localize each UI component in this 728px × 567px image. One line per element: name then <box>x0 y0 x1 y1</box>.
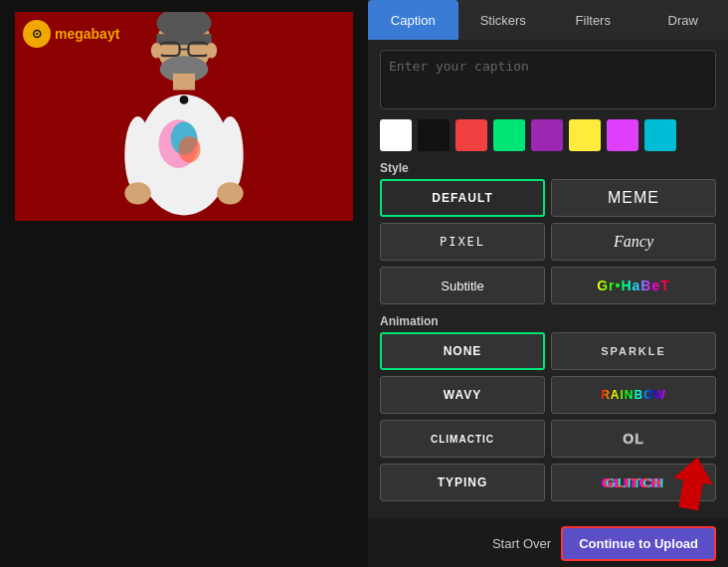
animation-section: Animation NONE SPARKLE WAVY RAINBOW CLIM… <box>380 314 716 501</box>
svg-point-6 <box>151 43 162 58</box>
svg-point-15 <box>124 116 151 193</box>
anim-sparkle-label: SPARKLE <box>601 345 666 357</box>
swatch-red[interactable] <box>455 119 487 151</box>
panel-content: Style DEFAULT MEME PIXEL Fancy Subtitle <box>368 40 728 519</box>
animation-grid: NONE SPARKLE WAVY RAINBOW CLIMACTIC OL <box>380 332 716 501</box>
swatch-cyan[interactable] <box>644 119 676 151</box>
svg-point-16 <box>217 116 244 193</box>
continue-upload-button[interactable]: Continue to Upload <box>561 526 716 561</box>
swatch-black[interactable] <box>418 119 450 151</box>
caption-input[interactable] <box>380 50 716 109</box>
svg-point-13 <box>178 136 200 163</box>
tab-bar: Caption Stickers Filters Draw <box>368 0 728 40</box>
anim-wavy[interactable]: WAVY <box>380 376 545 414</box>
anim-climactic-label: CLIMACTIC <box>431 434 494 445</box>
swatch-yellow[interactable] <box>569 119 601 151</box>
style-subtitle-label: Subtitle <box>441 279 483 293</box>
bottom-bar: Start Over Continue to Upload <box>368 519 728 567</box>
style-pixel-label: PIXEL <box>440 235 485 249</box>
swatch-pink[interactable] <box>607 119 638 151</box>
anim-rainbow[interactable]: RAINBOW <box>551 376 716 414</box>
tab-caption[interactable]: Caption <box>368 0 458 40</box>
brand-logo: ⊙ megabayt <box>23 20 119 48</box>
anim-glitch-label: GLITCH <box>604 475 663 490</box>
anim-sparkle[interactable]: SPARKLE <box>551 332 716 370</box>
style-subtitle[interactable]: Subtitle <box>380 267 545 304</box>
anim-glitch[interactable]: GLITCH <box>551 464 716 501</box>
anim-typing-label: TYPING <box>438 475 488 489</box>
anim-climactic[interactable]: CLIMACTIC <box>380 420 545 458</box>
tab-stickers[interactable]: Stickers <box>458 0 549 40</box>
swatch-white[interactable] <box>380 119 412 151</box>
svg-point-18 <box>217 182 244 204</box>
anim-rainbow-label: RAINBOW <box>601 388 666 402</box>
style-graffiti[interactable]: Gr•HaBeT <box>551 267 716 304</box>
svg-rect-9 <box>173 74 195 91</box>
anim-typing[interactable]: TYPING <box>380 464 545 501</box>
style-meme-label: MEME <box>608 189 659 207</box>
style-fancy[interactable]: Fancy <box>551 223 716 261</box>
style-pixel[interactable]: PIXEL <box>380 223 545 261</box>
anim-ol-label: OL <box>623 431 643 447</box>
svg-point-14 <box>180 95 189 104</box>
color-swatch-row <box>380 119 716 151</box>
style-grid: DEFAULT MEME PIXEL Fancy Subtitle Gr•HaB… <box>380 179 716 304</box>
style-default[interactable]: DEFAULT <box>380 179 545 217</box>
anim-none-label: NONE <box>444 344 482 358</box>
svg-point-17 <box>124 182 151 204</box>
start-over-button[interactable]: Start Over <box>492 536 551 551</box>
tab-filters[interactable]: Filters <box>548 0 638 40</box>
anim-none[interactable]: NONE <box>380 332 545 370</box>
logo-text: megabayt <box>55 26 119 42</box>
svg-point-7 <box>206 43 217 58</box>
style-fancy-label: Fancy <box>614 233 653 251</box>
style-label: Style <box>380 161 716 175</box>
style-default-label: DEFAULT <box>432 191 492 205</box>
swatch-purple[interactable] <box>531 119 563 151</box>
left-panel: ⊙ megabayt <box>0 0 368 567</box>
style-graffiti-label: Gr•HaBeT <box>597 278 670 293</box>
tab-draw[interactable]: Draw <box>638 0 729 40</box>
swatch-green[interactable] <box>493 119 525 151</box>
right-panel: Caption Stickers Filters Draw Style DEFA… <box>368 0 728 567</box>
anim-wavy-label: WAVY <box>444 388 481 402</box>
anim-ol[interactable]: OL <box>551 420 716 458</box>
style-meme[interactable]: MEME <box>551 179 716 217</box>
animation-label: Animation <box>380 314 716 328</box>
video-preview: ⊙ megabayt <box>15 12 353 221</box>
style-section: Style DEFAULT MEME PIXEL Fancy Subtitle <box>380 161 716 304</box>
logo-icon: ⊙ <box>23 20 51 48</box>
